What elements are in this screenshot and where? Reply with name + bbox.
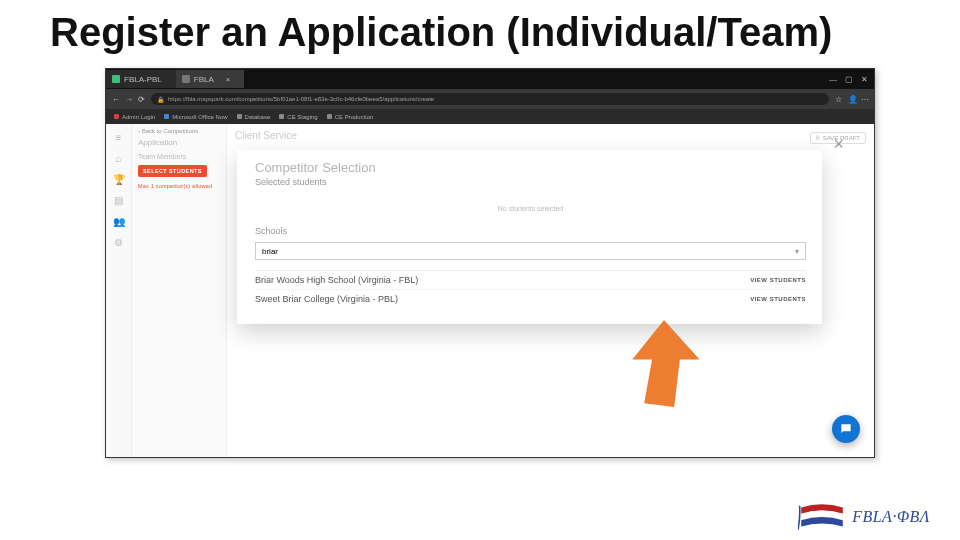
- tab-label: FBLA-PBL: [124, 75, 162, 84]
- gear-icon[interactable]: ⚙: [114, 237, 123, 248]
- school-name: Sweet Briar College (Virginia - PBL): [255, 294, 398, 304]
- app-left-rail: ≡ ⌂ 🏆 ▤ 👥 ⚙: [106, 124, 132, 457]
- competitor-selection-dialog: × Competitor Selection Selected students…: [237, 150, 822, 324]
- dialog-subtitle: Selected students: [255, 177, 806, 187]
- bookmark-label: CE Staging: [287, 114, 317, 120]
- url-text: https://fbla.mapspark.com/competitions/5…: [168, 96, 434, 102]
- slide-title: Register an Application (Individual/Team…: [0, 0, 960, 59]
- chat-icon: [839, 422, 853, 436]
- bookmark-item[interactable]: Database: [237, 114, 271, 120]
- view-students-button[interactable]: VIEW STUDENTS: [750, 277, 806, 283]
- tab-label: FBLA: [194, 75, 214, 84]
- trophy-icon[interactable]: 🏆: [113, 174, 125, 185]
- bookmark-label: CE Production: [335, 114, 374, 120]
- browser-tab-strip: FBLA-PBL FBLA × — ▢ ✕: [106, 69, 874, 89]
- menu-icon[interactable]: ⋯: [861, 96, 868, 103]
- back-to-competitions-link[interactable]: ‹ Back to Competitions: [138, 128, 220, 134]
- home-icon[interactable]: ⌂: [115, 153, 121, 164]
- minimize-icon[interactable]: —: [829, 75, 837, 84]
- star-icon[interactable]: ☆: [835, 96, 842, 103]
- bookmark-bar: Admin Login Microsoft Office Now Databas…: [106, 109, 874, 124]
- bookmark-label: Microsoft Office Now: [172, 114, 227, 120]
- bookmark-label: Database: [245, 114, 271, 120]
- school-name: Briar Woods High School (Virginia - FBL): [255, 275, 418, 285]
- tab-favicon-icon: [112, 75, 120, 83]
- competitor-limit-text: Max 1 competitor(s) allowed: [138, 183, 220, 189]
- main-content: Client Service ⎘ SAVE DRAFT × Competitor…: [227, 124, 874, 457]
- forward-icon[interactable]: →: [125, 96, 132, 103]
- back-icon[interactable]: ←: [112, 96, 119, 103]
- team-members-label: Team Members: [138, 153, 220, 160]
- dropdown-caret-icon[interactable]: ▾: [795, 247, 799, 256]
- view-students-button[interactable]: VIEW STUDENTS: [750, 296, 806, 302]
- page-title: Client Service: [235, 128, 866, 143]
- chat-fab-button[interactable]: [832, 415, 860, 443]
- browser-tab[interactable]: FBLA ×: [176, 70, 245, 88]
- school-search-field[interactable]: ▾: [255, 242, 806, 260]
- lock-icon: 🔒: [157, 96, 164, 103]
- url-field[interactable]: 🔒 https://fbla.mapspark.com/competitions…: [151, 93, 829, 105]
- bookmark-item[interactable]: Admin Login: [114, 114, 155, 120]
- people-icon[interactable]: 👥: [113, 216, 125, 227]
- empty-state-text: No students selected: [255, 187, 806, 226]
- schools-section-label: Schools: [255, 226, 806, 236]
- close-window-icon[interactable]: ✕: [861, 75, 868, 84]
- bookmark-label: Admin Login: [122, 114, 155, 120]
- bookmark-item[interactable]: Microsoft Office Now: [164, 114, 227, 120]
- maximize-icon[interactable]: ▢: [845, 75, 853, 84]
- address-bar: ← → ⟳ 🔒 https://fbla.mapspark.com/compet…: [106, 89, 874, 109]
- bookmark-item[interactable]: CE Staging: [279, 114, 317, 120]
- reload-icon[interactable]: ⟳: [138, 96, 145, 103]
- browser-tab[interactable]: FBLA-PBL: [106, 70, 176, 88]
- select-students-button[interactable]: SELECT STUDENTS: [138, 165, 207, 177]
- profile-icon[interactable]: 👤: [848, 96, 855, 103]
- tab-favicon-icon: [182, 75, 190, 83]
- fbla-pbl-logo: FBLA·ΦBΛ: [798, 502, 930, 532]
- school-search-input[interactable]: [262, 247, 795, 256]
- save-icon: ⎘: [816, 135, 820, 141]
- bookmark-item[interactable]: CE Production: [327, 114, 374, 120]
- list-icon[interactable]: ▤: [114, 195, 123, 206]
- school-result-row: Sweet Briar College (Virginia - PBL) VIE…: [255, 289, 806, 308]
- browser-window: FBLA-PBL FBLA × — ▢ ✕ ← → ⟳ 🔒 https://fb…: [105, 68, 875, 458]
- close-tab-icon[interactable]: ×: [226, 75, 231, 84]
- logo-text: FBLA·ΦBΛ: [852, 508, 930, 526]
- flag-icon: [798, 502, 846, 532]
- dialog-title: Competitor Selection: [255, 160, 806, 175]
- side-panel: ‹ Back to Competitions Application Team …: [132, 124, 227, 457]
- school-results-list: Briar Woods High School (Virginia - FBL)…: [255, 270, 806, 308]
- close-dialog-icon[interactable]: ×: [833, 134, 844, 155]
- school-result-row: Briar Woods High School (Virginia - FBL)…: [255, 271, 806, 289]
- menu-icon[interactable]: ≡: [116, 132, 122, 143]
- application-label: Application: [138, 138, 220, 147]
